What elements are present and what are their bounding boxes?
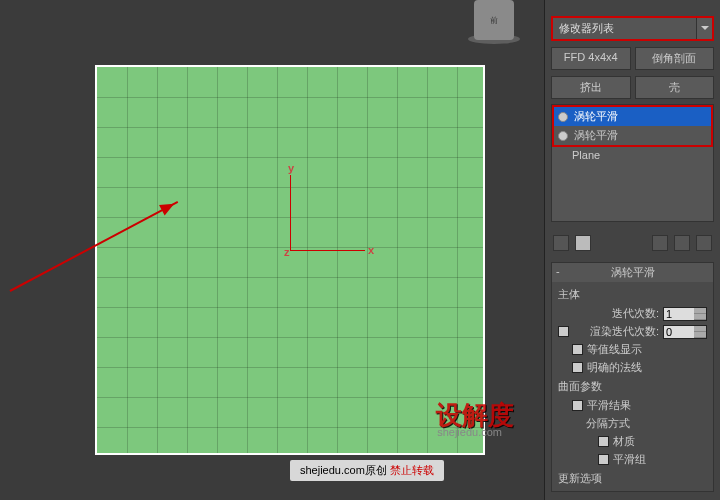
material-label: 材质 bbox=[613, 434, 635, 449]
render-iters-label: 渲染迭代次数: bbox=[573, 324, 659, 339]
stack-item-label: 涡轮平滑 bbox=[574, 109, 618, 124]
modifier-list-label: 修改器列表 bbox=[553, 18, 696, 39]
shell-button[interactable]: 壳 bbox=[635, 76, 715, 99]
smooth-result-checkbox[interactable] bbox=[572, 400, 583, 411]
modify-panel: 修改器列表 FFD 4x4x4 倒角剖面 挤出 壳 涡轮平滑 涡轮平滑 bbox=[544, 0, 720, 500]
configure-sets-icon[interactable] bbox=[696, 235, 712, 251]
credit-text: shejiedu.com原创 bbox=[300, 464, 390, 476]
explicit-normals-label: 明确的法线 bbox=[587, 360, 642, 375]
viewport[interactable]: 前 x y z 设解度 shejiedu.com shejiedu.com原创 … bbox=[0, 0, 544, 500]
smooth-group-label: 平滑组 bbox=[613, 452, 646, 467]
isoline-label: 等值线显示 bbox=[587, 342, 642, 357]
smooth-result-label: 平滑结果 bbox=[587, 398, 631, 413]
modifier-list-dropdown[interactable]: 修改器列表 bbox=[551, 16, 714, 41]
extrude-button[interactable]: 挤出 bbox=[551, 76, 631, 99]
material-checkbox[interactable] bbox=[598, 436, 609, 447]
show-end-result-icon[interactable] bbox=[575, 235, 591, 251]
section-surface: 曲面参数 bbox=[558, 378, 707, 395]
spinner-arrows-icon[interactable] bbox=[694, 308, 706, 320]
make-unique-icon[interactable] bbox=[652, 235, 668, 251]
iterations-input[interactable] bbox=[664, 308, 694, 320]
credit-bar: shejiedu.com原创 禁止转载 bbox=[290, 460, 444, 481]
viewcube[interactable]: 前 bbox=[474, 0, 514, 40]
remove-modifier-icon[interactable] bbox=[674, 235, 690, 251]
iterations-label: 迭代次数: bbox=[572, 306, 659, 321]
separate-label: 分隔方式 bbox=[586, 416, 630, 431]
stack-item-turbosmooth-2[interactable]: 涡轮平滑 bbox=[554, 126, 711, 145]
section-update: 更新选项 bbox=[558, 470, 707, 487]
stack-base-label: Plane bbox=[572, 149, 600, 161]
explicit-normals-checkbox[interactable] bbox=[572, 362, 583, 373]
bulb-icon[interactable] bbox=[558, 112, 568, 122]
spinner-arrows-icon[interactable] bbox=[694, 326, 706, 338]
rollout-title: 涡轮平滑 bbox=[611, 266, 655, 278]
plane-grid[interactable] bbox=[95, 65, 485, 455]
watermark-url: shejiedu.com bbox=[437, 426, 502, 438]
render-iters-spinner[interactable] bbox=[663, 325, 707, 339]
section-main: 主体 bbox=[558, 286, 707, 303]
render-iters-input[interactable] bbox=[664, 326, 694, 338]
dropdown-arrow-icon[interactable] bbox=[696, 18, 712, 39]
smooth-group-checkbox[interactable] bbox=[598, 454, 609, 465]
bulb-icon[interactable] bbox=[558, 131, 568, 141]
stack-item-label: 涡轮平滑 bbox=[574, 128, 618, 143]
isoline-checkbox[interactable] bbox=[572, 344, 583, 355]
collapse-icon: - bbox=[556, 265, 560, 277]
modifier-stack[interactable]: 涡轮平滑 涡轮平滑 Plane bbox=[551, 104, 714, 222]
rollout-header[interactable]: - 涡轮平滑 bbox=[552, 263, 713, 282]
credit-warning: 禁止转载 bbox=[390, 464, 434, 476]
render-iters-checkbox[interactable] bbox=[558, 326, 569, 337]
stack-item-base[interactable]: Plane bbox=[552, 147, 713, 163]
ffd-button[interactable]: FFD 4x4x4 bbox=[551, 47, 631, 70]
chamfer-button[interactable]: 倒角剖面 bbox=[635, 47, 715, 70]
stack-item-turbosmooth-1[interactable]: 涡轮平滑 bbox=[554, 107, 711, 126]
pin-stack-icon[interactable] bbox=[553, 235, 569, 251]
iterations-spinner[interactable] bbox=[663, 307, 707, 321]
turbosmooth-rollout: - 涡轮平滑 主体 迭代次数: 渲染迭代次数: bbox=[551, 262, 714, 492]
stack-toolbar bbox=[551, 231, 714, 255]
